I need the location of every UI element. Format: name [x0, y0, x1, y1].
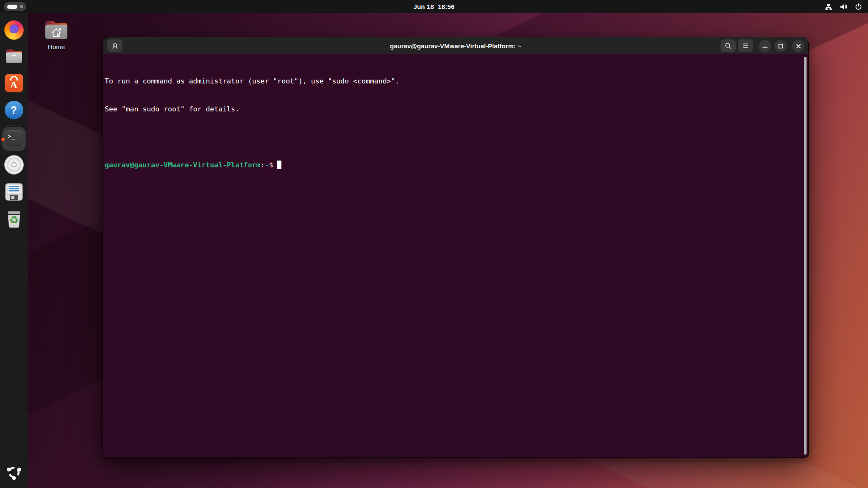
minimize-button[interactable]	[759, 40, 771, 52]
files-folder-icon	[4, 47, 24, 65]
active-app-highlight: >_	[2, 127, 26, 151]
window-titlebar[interactable]: gaurav@gaurav-VMware-Virtual-Platform: ~	[103, 37, 808, 54]
new-tab-icon	[110, 41, 120, 50]
dock-item-firefox[interactable]	[0, 20, 28, 40]
hamburger-menu-icon	[742, 42, 749, 49]
dock-item-terminal[interactable]: >_	[0, 127, 28, 151]
close-button[interactable]	[792, 40, 804, 52]
recycle-symbol: ♻	[9, 214, 18, 226]
firefox-icon	[4, 20, 24, 40]
dock-item-help[interactable]: ?	[0, 101, 28, 119]
show-apps-button[interactable]	[0, 463, 28, 482]
clock-time: 18:56	[438, 3, 454, 10]
minimize-icon	[762, 43, 768, 49]
running-indicator-dot	[1, 138, 5, 141]
maximize-icon	[778, 43, 784, 49]
disc-icon	[4, 155, 24, 175]
app-center-letter: A	[10, 79, 17, 91]
terminal-cursor	[277, 161, 281, 169]
help-icon: ?	[5, 101, 23, 119]
prompt-user-host: gaurav@gaurav-VMware-Virtual-Platform	[105, 161, 261, 169]
volume-icon[interactable]	[840, 3, 848, 11]
dock-item-trash[interactable]: ♻	[0, 209, 28, 229]
ubuntu-logo-icon	[5, 463, 23, 482]
dock-item-app-center[interactable]: A	[0, 74, 28, 92]
clock-date: Jun 18	[413, 3, 434, 10]
terminal-output-area[interactable]: To run a command as administrator (user …	[103, 55, 808, 457]
home-folder-icon	[44, 19, 69, 41]
clock[interactable]: Jun 18 18:56	[0, 0, 868, 13]
app-center-icon: A	[5, 74, 23, 92]
power-icon[interactable]	[855, 3, 862, 10]
window-title: gaurav@gaurav-VMware-Virtual-Platform: ~	[103, 37, 808, 54]
terminal-blank-line	[105, 133, 802, 142]
prompt-path: ~	[265, 161, 269, 169]
menu-button[interactable]	[738, 39, 753, 52]
terminal-scrollbar[interactable]	[804, 57, 807, 455]
trash-bin-icon: ♻	[4, 209, 24, 229]
terminal-prompt-glyph: >_	[8, 133, 16, 139]
close-icon	[796, 43, 801, 49]
terminal-line: See "man sudo_root" for details.	[105, 105, 802, 114]
dock-separator	[6, 125, 22, 125]
terminal-window: gaurav@gaurav-VMware-Virtual-Platform: ~	[103, 37, 808, 458]
search-icon	[724, 42, 732, 50]
dock-item-files[interactable]	[0, 47, 28, 65]
terminal-prompt-line: gaurav@gaurav-VMware-Virtual-Platform:~$	[105, 161, 802, 170]
search-button[interactable]	[721, 39, 736, 52]
terminal-line: To run a command as administrator (user …	[105, 77, 802, 86]
bag-handle	[10, 76, 18, 80]
network-wired-icon[interactable]	[825, 3, 832, 11]
prompt-dollar: $	[269, 161, 273, 169]
dock: A ? >_ ♻	[0, 13, 28, 488]
dock-item-media-player[interactable]	[0, 155, 28, 175]
terminal-icon: >_	[5, 130, 23, 147]
help-question-mark: ?	[11, 104, 17, 116]
home-folder-label: Home	[48, 43, 65, 50]
prompt-colon: :	[261, 161, 265, 169]
top-bar: Jun 18 18:56	[0, 0, 868, 13]
system-status-area[interactable]	[825, 0, 862, 13]
desktop-home-folder[interactable]: Home	[42, 19, 71, 50]
dock-item-floppy-disk[interactable]	[0, 182, 28, 202]
new-tab-button[interactable]	[107, 39, 122, 52]
maximize-button[interactable]	[774, 40, 787, 52]
floppy-disk-icon	[4, 182, 24, 202]
